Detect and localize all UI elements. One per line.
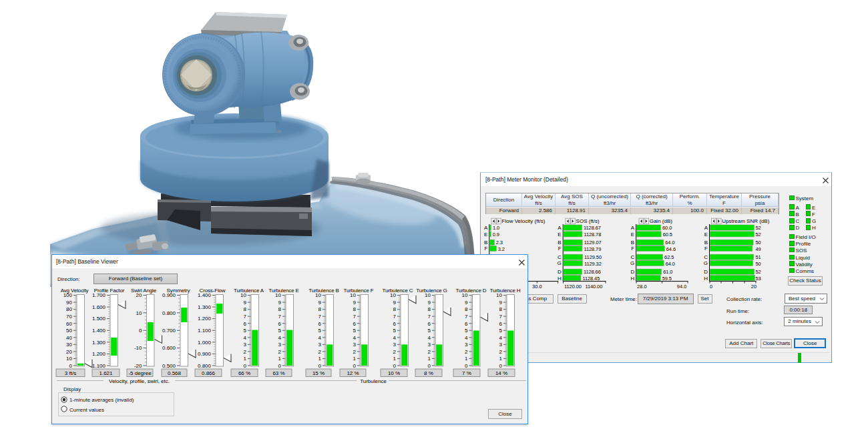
- svg-text:10: 10: [462, 292, 468, 298]
- svg-text:9: 9: [244, 300, 247, 306]
- svg-text:4: 4: [499, 335, 503, 341]
- svg-text:1128.45: 1128.45: [582, 276, 600, 282]
- svg-text:94.0: 94.0: [677, 284, 687, 290]
- svg-text:C: C: [630, 254, 634, 260]
- svg-text:1128.67: 1128.67: [584, 225, 601, 231]
- svg-text:7: 7: [353, 314, 357, 320]
- svg-text:B: B: [558, 240, 561, 246]
- svg-text:3: 3: [499, 342, 503, 348]
- svg-text:3 ft/s: 3 ft/s: [65, 370, 76, 376]
- svg-text:0: 0: [465, 363, 468, 369]
- svg-text:0: 0: [353, 363, 357, 369]
- svg-text:3: 3: [353, 342, 357, 348]
- svg-text:0: 0: [710, 284, 712, 290]
- svg-text:A: A: [631, 225, 635, 231]
- svg-text:D: D: [630, 269, 634, 275]
- svg-text:F: F: [704, 246, 708, 252]
- svg-text:0.800: 0.800: [198, 363, 212, 369]
- svg-text:5: 5: [499, 328, 503, 334]
- svg-text:6: 6: [353, 321, 357, 327]
- svg-text:8: 8: [428, 306, 431, 312]
- svg-text:-10: -10: [134, 345, 142, 351]
- svg-text:10: 10: [425, 292, 431, 298]
- svg-text:Turbulence F: Turbulence F: [343, 288, 373, 294]
- svg-text:5: 5: [278, 328, 282, 334]
- svg-text:2: 2: [428, 349, 431, 355]
- svg-text:H: H: [630, 276, 634, 282]
- svg-text:20: 20: [751, 284, 756, 290]
- svg-text:60.0: 60.0: [662, 225, 672, 231]
- svg-text:Velocity, profile, swirl, etc.: Velocity, profile, swirl, etc.: [109, 378, 170, 384]
- svg-text:H: H: [558, 276, 562, 282]
- svg-text:2: 2: [278, 349, 282, 355]
- svg-text:0: 0: [139, 328, 142, 334]
- svg-text:28.0: 28.0: [637, 284, 647, 290]
- svg-text:20: 20: [66, 349, 72, 355]
- svg-text:Gain (dB): Gain (dB): [650, 218, 673, 224]
- svg-text:Turbulence B: Turbulence B: [308, 288, 339, 294]
- svg-text:70: 70: [66, 314, 72, 320]
- svg-text:2.3: 2.3: [496, 240, 503, 246]
- svg-text:7: 7: [428, 314, 431, 320]
- svg-text:4: 4: [353, 335, 357, 341]
- svg-text:3: 3: [244, 342, 247, 348]
- svg-text:1: 1: [244, 356, 247, 362]
- svg-text:50: 50: [756, 240, 761, 246]
- svg-text:51: 51: [756, 254, 761, 260]
- svg-text:1.400: 1.400: [92, 328, 106, 334]
- svg-text:G: G: [704, 260, 708, 266]
- svg-text:0: 0: [244, 363, 247, 369]
- svg-text:1129.50: 1129.50: [584, 254, 602, 260]
- svg-text:2: 2: [465, 349, 468, 355]
- svg-text:1129.07: 1129.07: [584, 240, 602, 246]
- svg-text:4: 4: [393, 335, 397, 341]
- svg-text:9: 9: [393, 300, 397, 306]
- svg-text:100: 100: [63, 292, 73, 298]
- svg-text:9: 9: [353, 300, 357, 306]
- svg-text:5: 5: [353, 328, 357, 334]
- svg-text:1: 1: [393, 356, 397, 362]
- svg-text:6: 6: [499, 321, 503, 327]
- svg-text:1128.78: 1128.78: [584, 232, 601, 238]
- svg-text:1128.79: 1128.79: [584, 246, 601, 252]
- svg-text:3: 3: [428, 342, 431, 348]
- svg-text:59.5: 59.5: [662, 276, 672, 282]
- svg-text:10 %: 10 %: [388, 370, 400, 376]
- svg-text:1.200: 1.200: [92, 351, 106, 357]
- svg-text:9: 9: [318, 300, 322, 306]
- svg-text:52: 52: [756, 225, 761, 231]
- svg-text:E: E: [631, 232, 634, 238]
- svg-text:7: 7: [499, 314, 503, 320]
- svg-text:6: 6: [428, 321, 431, 327]
- svg-text:B: B: [631, 240, 634, 246]
- svg-text:1.100: 1.100: [92, 363, 106, 369]
- svg-text:1.300: 1.300: [92, 340, 106, 346]
- svg-text:9: 9: [278, 300, 282, 306]
- svg-text:1.000: 1.000: [198, 340, 212, 346]
- svg-text:Turbulence H: Turbulence H: [490, 288, 521, 294]
- svg-text:1128.66: 1128.66: [584, 269, 601, 275]
- svg-text:5: 5: [244, 328, 247, 334]
- svg-text:15 %: 15 %: [312, 370, 324, 376]
- svg-text:1.300: 1.300: [198, 304, 212, 310]
- svg-text:0: 0: [318, 363, 322, 369]
- svg-text:1.100: 1.100: [198, 328, 212, 334]
- svg-text:0.900: 0.900: [162, 292, 176, 298]
- svg-text:A: A: [704, 225, 708, 231]
- svg-text:3: 3: [278, 342, 282, 348]
- svg-text:4: 4: [465, 335, 468, 341]
- svg-text:E: E: [484, 232, 487, 238]
- svg-text:Turbulence D: Turbulence D: [456, 288, 487, 294]
- svg-text:5: 5: [393, 328, 397, 334]
- svg-text:3: 3: [393, 342, 397, 348]
- svg-text:1.0: 1.0: [493, 225, 499, 231]
- svg-text:8 %: 8 %: [424, 370, 433, 376]
- svg-text:8: 8: [318, 306, 322, 312]
- svg-text:9: 9: [465, 300, 468, 306]
- svg-text:7: 7: [465, 314, 468, 320]
- svg-text:10: 10: [496, 292, 502, 298]
- svg-text:10: 10: [66, 356, 72, 362]
- svg-text:-5 degree: -5 degree: [128, 370, 152, 376]
- svg-text:0: 0: [278, 363, 282, 369]
- svg-text:8: 8: [278, 306, 282, 312]
